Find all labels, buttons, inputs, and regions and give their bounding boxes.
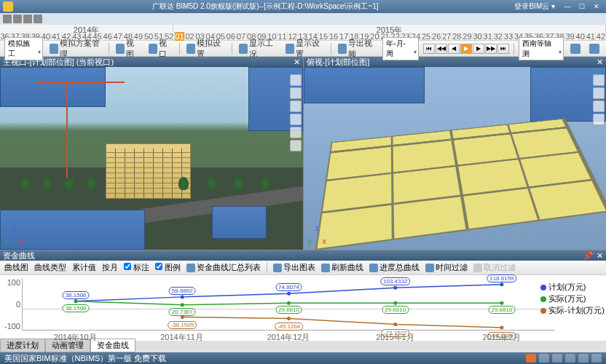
statusbar: 美国国家BIM标准（NBIMS）第一版 免费下载 [0, 352, 606, 364]
forward-button[interactable]: ▶▶ [485, 44, 497, 54]
summary-button[interactable]: 资金曲线汇总列表 [186, 262, 261, 273]
viewport-tools [290, 74, 302, 151]
window-title: 广联达 BIM5D 2.0旗舰版(测试版)--[示例工程-D:\WorkSpac… [16, 1, 514, 12]
qat-icon[interactable] [34, 15, 42, 23]
progress-curve-button[interactable]: 进度总曲线 [369, 262, 420, 273]
chart-panel: 资金曲线 📌 ✕ 曲线图 曲线类型 累计值 按月 标注 图例 资金曲线汇总列表 … [0, 250, 606, 341]
home-icon[interactable] [593, 74, 605, 86]
maximize-button[interactable]: ☐ [575, 1, 589, 12]
data-label: 103.4332 [380, 277, 410, 285]
video-icon [338, 44, 347, 54]
svg-point-3 [287, 292, 291, 296]
grid-icon [589, 44, 599, 54]
view-angle-combo[interactable]: 西南等轴测 [519, 37, 564, 60]
viewport-close-icon[interactable]: ✕ [597, 58, 603, 67]
viewport-close-icon[interactable]: ✕ [294, 58, 300, 67]
zoom-out-icon[interactable] [290, 100, 302, 112]
viewport-left-canvas[interactable]: zyx [0, 67, 303, 250]
svg-point-8 [287, 301, 291, 305]
zoom-in-icon[interactable] [593, 87, 605, 99]
svg-point-13 [393, 323, 397, 326]
data-label: -45.1264 [275, 323, 304, 331]
by-month-combo[interactable]: 按月 [102, 262, 118, 273]
axis-gizmo[interactable]: zyx [308, 223, 330, 245]
status-icon[interactable] [565, 354, 575, 363]
mark-checkbox[interactable]: 标注 [124, 262, 149, 273]
bottom-tabs: 进度计划 动画管理 资金曲线 [0, 341, 606, 352]
step-back-button[interactable]: ◀ [448, 44, 460, 54]
grid2-icon-button[interactable] [587, 43, 602, 55]
plan-icon [50, 44, 58, 54]
data-label: 38.1506 [63, 291, 90, 299]
cancel-filter-button[interactable]: 取消过滤 [473, 262, 516, 273]
status-icon[interactable] [552, 354, 562, 363]
data-label: 29.6810 [488, 306, 515, 314]
pan-icon[interactable] [593, 100, 605, 112]
chart-type-label: 曲线图 [4, 262, 28, 273]
data-label: 74.8074 [275, 283, 302, 291]
accumulate-combo[interactable]: 累计值 [72, 262, 96, 273]
time-filter-button[interactable]: 时间过滤 [425, 262, 468, 273]
table-icon [186, 264, 195, 272]
svg-point-6 [74, 299, 78, 303]
data-label: 118.8159 [487, 274, 516, 282]
home-icon[interactable] [290, 74, 302, 86]
close-icon[interactable]: ✕ [597, 251, 603, 261]
play-button[interactable]: ▶ [460, 44, 472, 54]
viewport-area: 主视口-[计划部位图] (当前视口) ✕ zyx [0, 57, 606, 250]
rotate-icon[interactable] [290, 127, 302, 138]
fit-icon[interactable] [290, 140, 302, 151]
refresh-icon [321, 264, 330, 272]
svg-point-9 [393, 301, 397, 305]
export-chart-button[interactable]: 导出图表 [273, 262, 315, 273]
status-text[interactable]: 美国国家BIM标准（NBIMS）第一版 免费下载 [4, 353, 166, 364]
step-fwd-button[interactable]: ▶ [473, 44, 484, 54]
playback-controls: ⏮ ◀◀ ◀ ▶ ▶ ▶▶ ⏭ [423, 44, 509, 54]
close-button[interactable]: ✕ [590, 1, 603, 12]
view-icon [116, 44, 125, 54]
status-icon[interactable] [578, 354, 589, 363]
floor-plan-model [315, 118, 606, 250]
legend-checkbox[interactable]: 图例 [155, 262, 181, 273]
time-unit-combo[interactable]: 年-月-周 [382, 37, 419, 60]
chart-panel-header: 资金曲线 📌 ✕ [0, 250, 606, 261]
zoom-in-icon[interactable] [290, 87, 302, 99]
grid-icon [570, 44, 581, 54]
rotate-icon[interactable] [593, 114, 605, 125]
curve-type-label: 曲线类型 [34, 262, 66, 273]
chart-area[interactable]: 1000-100 38.150658.889274.8074103.433211… [0, 275, 606, 341]
axis-gizmo[interactable]: zyx [4, 223, 26, 245]
pin-icon[interactable]: 📌 [583, 251, 594, 261]
refresh-button[interactable]: 刷新曲线 [321, 262, 363, 273]
viewport-tools [593, 74, 605, 125]
rewind-button[interactable]: ◀◀ [436, 44, 447, 54]
data-label: 20.7387 [169, 308, 196, 316]
data-label: 29.6810 [382, 306, 409, 314]
status-icon[interactable] [526, 354, 536, 363]
svg-point-14 [500, 325, 503, 329]
chart-plot: 38.150658.889274.8074103.4332118.815938.… [22, 278, 555, 331]
svg-point-12 [287, 317, 291, 320]
data-label: 29.6810 [275, 306, 302, 314]
mode-combo[interactable]: 模拟施工 [4, 37, 43, 60]
export-icon [273, 264, 282, 272]
status-icon[interactable] [539, 354, 549, 363]
rewind-start-button[interactable]: ⏮ [423, 44, 435, 54]
viewport-left-header: 主视口-[计划部位图] (当前视口) ✕ [0, 57, 303, 67]
pan-icon[interactable] [290, 114, 302, 125]
cloud-login[interactable]: 登录BIM云 ▾ [514, 1, 555, 12]
qat-icon[interactable] [23, 15, 32, 23]
status-icon[interactable] [591, 354, 602, 363]
task-icon [239, 44, 248, 54]
chart-panel-title: 资金曲线 [3, 250, 35, 261]
qat-icon[interactable] [3, 15, 12, 23]
viewport-icon [149, 44, 157, 54]
minimize-button[interactable]: — [561, 1, 574, 12]
crane-model [66, 82, 68, 182]
forward-end-button[interactable]: ⏭ [497, 44, 509, 54]
qat-icon[interactable] [13, 15, 22, 23]
viewport-right-canvas[interactable]: zyx [304, 67, 607, 250]
grid-icon-button[interactable] [568, 43, 583, 55]
chart-y-axis: 1000-100 [3, 278, 20, 331]
svg-point-10 [500, 301, 503, 305]
